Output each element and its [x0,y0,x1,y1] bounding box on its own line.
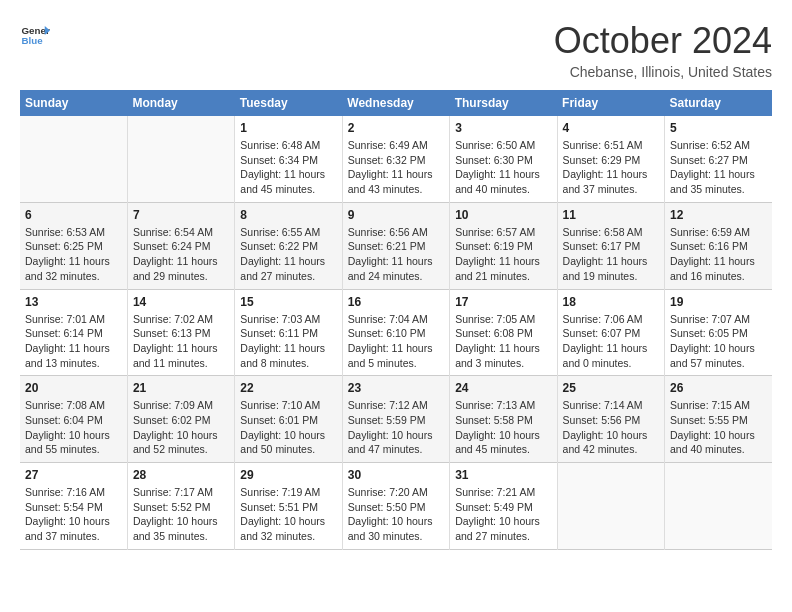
week-row-1: 1Sunrise: 6:48 AMSunset: 6:34 PMDaylight… [20,116,772,202]
day-info: Sunrise: 6:49 AMSunset: 6:32 PMDaylight:… [348,138,444,197]
day-cell-22: 22Sunrise: 7:10 AMSunset: 6:01 PMDayligh… [235,376,342,463]
day-number: 30 [348,468,444,482]
day-info: Sunrise: 7:03 AMSunset: 6:11 PMDaylight:… [240,312,336,371]
day-cell-2: 2Sunrise: 6:49 AMSunset: 6:32 PMDaylight… [342,116,449,202]
day-number: 25 [563,381,659,395]
page-header: General Blue October 2024 Chebanse, Illi… [20,20,772,80]
day-number: 29 [240,468,336,482]
day-number: 23 [348,381,444,395]
day-cell-28: 28Sunrise: 7:17 AMSunset: 5:52 PMDayligh… [127,463,234,550]
day-cell-3: 3Sunrise: 6:50 AMSunset: 6:30 PMDaylight… [450,116,557,202]
day-info: Sunrise: 7:08 AMSunset: 6:04 PMDaylight:… [25,398,122,457]
day-info: Sunrise: 7:02 AMSunset: 6:13 PMDaylight:… [133,312,229,371]
empty-cell [127,116,234,202]
day-cell-31: 31Sunrise: 7:21 AMSunset: 5:49 PMDayligh… [450,463,557,550]
day-number: 12 [670,208,767,222]
day-cell-13: 13Sunrise: 7:01 AMSunset: 6:14 PMDayligh… [20,289,127,376]
day-number: 24 [455,381,551,395]
day-number: 10 [455,208,551,222]
day-cell-23: 23Sunrise: 7:12 AMSunset: 5:59 PMDayligh… [342,376,449,463]
weekday-header-sunday: Sunday [20,90,127,116]
empty-cell [557,463,664,550]
day-info: Sunrise: 7:20 AMSunset: 5:50 PMDaylight:… [348,485,444,544]
day-cell-24: 24Sunrise: 7:13 AMSunset: 5:58 PMDayligh… [450,376,557,463]
day-info: Sunrise: 6:54 AMSunset: 6:24 PMDaylight:… [133,225,229,284]
week-row-3: 13Sunrise: 7:01 AMSunset: 6:14 PMDayligh… [20,289,772,376]
day-info: Sunrise: 7:15 AMSunset: 5:55 PMDaylight:… [670,398,767,457]
day-cell-17: 17Sunrise: 7:05 AMSunset: 6:08 PMDayligh… [450,289,557,376]
day-number: 11 [563,208,659,222]
day-info: Sunrise: 7:01 AMSunset: 6:14 PMDaylight:… [25,312,122,371]
day-info: Sunrise: 6:51 AMSunset: 6:29 PMDaylight:… [563,138,659,197]
day-info: Sunrise: 7:16 AMSunset: 5:54 PMDaylight:… [25,485,122,544]
weekday-header-tuesday: Tuesday [235,90,342,116]
day-cell-19: 19Sunrise: 7:07 AMSunset: 6:05 PMDayligh… [665,289,772,376]
day-number: 14 [133,295,229,309]
empty-cell [665,463,772,550]
day-cell-27: 27Sunrise: 7:16 AMSunset: 5:54 PMDayligh… [20,463,127,550]
weekday-header-thursday: Thursday [450,90,557,116]
day-cell-26: 26Sunrise: 7:15 AMSunset: 5:55 PMDayligh… [665,376,772,463]
day-number: 1 [240,121,336,135]
day-number: 15 [240,295,336,309]
day-info: Sunrise: 6:50 AMSunset: 6:30 PMDaylight:… [455,138,551,197]
day-number: 5 [670,121,767,135]
week-row-4: 20Sunrise: 7:08 AMSunset: 6:04 PMDayligh… [20,376,772,463]
location: Chebanse, Illinois, United States [554,64,772,80]
day-info: Sunrise: 7:07 AMSunset: 6:05 PMDaylight:… [670,312,767,371]
day-cell-16: 16Sunrise: 7:04 AMSunset: 6:10 PMDayligh… [342,289,449,376]
day-number: 9 [348,208,444,222]
day-info: Sunrise: 7:12 AMSunset: 5:59 PMDaylight:… [348,398,444,457]
day-number: 26 [670,381,767,395]
day-cell-7: 7Sunrise: 6:54 AMSunset: 6:24 PMDaylight… [127,202,234,289]
day-number: 4 [563,121,659,135]
day-number: 19 [670,295,767,309]
day-info: Sunrise: 7:09 AMSunset: 6:02 PMDaylight:… [133,398,229,457]
day-cell-4: 4Sunrise: 6:51 AMSunset: 6:29 PMDaylight… [557,116,664,202]
day-number: 7 [133,208,229,222]
weekday-header-monday: Monday [127,90,234,116]
day-info: Sunrise: 7:21 AMSunset: 5:49 PMDaylight:… [455,485,551,544]
day-cell-8: 8Sunrise: 6:55 AMSunset: 6:22 PMDaylight… [235,202,342,289]
day-cell-12: 12Sunrise: 6:59 AMSunset: 6:16 PMDayligh… [665,202,772,289]
day-number: 6 [25,208,122,222]
day-number: 2 [348,121,444,135]
month-title: October 2024 [554,20,772,62]
day-info: Sunrise: 7:10 AMSunset: 6:01 PMDaylight:… [240,398,336,457]
day-cell-25: 25Sunrise: 7:14 AMSunset: 5:56 PMDayligh… [557,376,664,463]
day-info: Sunrise: 6:48 AMSunset: 6:34 PMDaylight:… [240,138,336,197]
day-number: 27 [25,468,122,482]
week-row-5: 27Sunrise: 7:16 AMSunset: 5:54 PMDayligh… [20,463,772,550]
day-info: Sunrise: 6:58 AMSunset: 6:17 PMDaylight:… [563,225,659,284]
weekday-header-row: SundayMondayTuesdayWednesdayThursdayFrid… [20,90,772,116]
day-number: 21 [133,381,229,395]
day-cell-21: 21Sunrise: 7:09 AMSunset: 6:02 PMDayligh… [127,376,234,463]
weekday-header-wednesday: Wednesday [342,90,449,116]
day-cell-6: 6Sunrise: 6:53 AMSunset: 6:25 PMDaylight… [20,202,127,289]
logo-icon: General Blue [20,20,50,50]
day-cell-29: 29Sunrise: 7:19 AMSunset: 5:51 PMDayligh… [235,463,342,550]
day-info: Sunrise: 6:53 AMSunset: 6:25 PMDaylight:… [25,225,122,284]
day-info: Sunrise: 6:57 AMSunset: 6:19 PMDaylight:… [455,225,551,284]
empty-cell [20,116,127,202]
weekday-header-saturday: Saturday [665,90,772,116]
day-cell-14: 14Sunrise: 7:02 AMSunset: 6:13 PMDayligh… [127,289,234,376]
day-number: 16 [348,295,444,309]
day-cell-1: 1Sunrise: 6:48 AMSunset: 6:34 PMDaylight… [235,116,342,202]
day-info: Sunrise: 7:04 AMSunset: 6:10 PMDaylight:… [348,312,444,371]
day-info: Sunrise: 7:19 AMSunset: 5:51 PMDaylight:… [240,485,336,544]
day-info: Sunrise: 7:05 AMSunset: 6:08 PMDaylight:… [455,312,551,371]
day-number: 20 [25,381,122,395]
day-info: Sunrise: 6:55 AMSunset: 6:22 PMDaylight:… [240,225,336,284]
day-info: Sunrise: 7:17 AMSunset: 5:52 PMDaylight:… [133,485,229,544]
day-cell-10: 10Sunrise: 6:57 AMSunset: 6:19 PMDayligh… [450,202,557,289]
day-info: Sunrise: 7:06 AMSunset: 6:07 PMDaylight:… [563,312,659,371]
day-number: 8 [240,208,336,222]
day-cell-5: 5Sunrise: 6:52 AMSunset: 6:27 PMDaylight… [665,116,772,202]
day-number: 17 [455,295,551,309]
day-cell-11: 11Sunrise: 6:58 AMSunset: 6:17 PMDayligh… [557,202,664,289]
day-info: Sunrise: 7:13 AMSunset: 5:58 PMDaylight:… [455,398,551,457]
week-row-2: 6Sunrise: 6:53 AMSunset: 6:25 PMDaylight… [20,202,772,289]
logo: General Blue [20,20,50,50]
day-info: Sunrise: 6:52 AMSunset: 6:27 PMDaylight:… [670,138,767,197]
